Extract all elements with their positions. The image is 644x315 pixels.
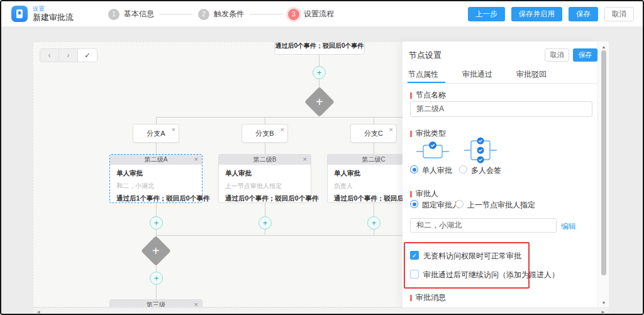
plus-icon: + [317,69,322,77]
node-card-level2a[interactable]: 第二级A × 单人审批 和二，小湖北 通过后1个事件；驳回后0个事件 [109,154,203,203]
close-icon[interactable]: × [303,155,307,163]
node-title: 第三级 [147,301,165,307]
approver-input[interactable] [410,218,557,233]
node-card-level3[interactable]: 第三级 × [109,299,203,307]
plus-icon: + [154,219,159,227]
radio-fixed-approver-label[interactable]: 固定审批人 [422,200,460,211]
tab-approval-rejected[interactable]: 审批驳回 [516,69,547,80]
checkbox-approve-without-access[interactable]: ✓ [410,251,419,260]
plus-icon: + [152,245,160,257]
add-node-button[interactable]: + [313,66,326,79]
branch-c-box[interactable]: 分支C × [350,124,397,143]
condition-branch-node[interactable]: + [141,236,171,266]
node-approver: 上一节点审批人指定 [225,182,304,191]
start-node-events: 通过后0个事件；驳回后0个事件 [275,41,364,50]
scroll-left-icon[interactable]: ◀ [35,308,42,315]
close-icon[interactable]: × [389,126,393,133]
page-title: 新建审批流 [33,13,74,23]
save-button[interactable]: 保存 [569,7,598,22]
scroll-right-icon[interactable]: ▶ [599,308,607,315]
plus-icon: + [372,219,377,227]
node-card-body: 单人审批 上一节点审批人指定 通过后0个事件；驳回后0个事件 [219,165,311,203]
top-bar: 设置 新建审批流 1 基本信息 2 触发条件 3 设置流程 上一步 保存并启用 … [1,1,643,27]
save-and-enable-button[interactable]: 保存并启用 [511,7,563,22]
canvas-horizontal-scrollbar[interactable]: ◀ ▶ [33,307,609,314]
branch-a-label: 分支A [147,129,165,138]
condition-branch-node[interactable]: + [304,87,335,117]
add-node-button[interactable]: + [258,216,272,229]
header-actions: 上一步 保存并启用 保存 取消 [468,1,634,27]
step-connector [250,14,282,14]
start-node-card[interactable]: 通过后0个事件；驳回后0个事件 [274,41,365,55]
node-title: 第二级B [253,155,277,164]
close-icon[interactable]: × [194,301,198,307]
step-flow-setup: 3 设置流程 [288,9,334,20]
plus-icon: + [154,274,159,282]
cancel-button[interactable]: 取消 [604,7,634,22]
node-events: 通过后1个事件；驳回后0个事件 [116,194,196,203]
step-2-label: 触发条件 [214,9,244,19]
step-indicator: 1 基本信息 2 触发条件 3 设置流程 [108,1,334,27]
multi-countersign-icon [464,135,497,165]
vertical-scroll-thumb[interactable] [601,50,606,275]
close-icon[interactable]: × [280,126,284,133]
active-tab-underline [408,82,445,83]
node-approver: 负责人 [334,182,413,191]
undo-button[interactable]: ‹ [40,49,59,62]
node-approver: 和二，小湖北 [116,182,196,191]
tabs-divider [402,83,597,84]
breadcrumb: 设置 [33,5,74,13]
validate-button[interactable]: ✓ [78,49,97,62]
panel-tabs: 节点属性 审批通过 审批驳回 [408,69,547,80]
step-2-circle: 2 [198,9,209,20]
add-node-button[interactable]: + [367,216,380,229]
radio-previous-node-approver[interactable] [455,200,464,208]
step-1-label: 基本信息 [124,9,154,19]
step-basic-info: 1 基本信息 [108,9,154,20]
panel-title: 节点设置 [409,50,441,61]
panel-vertical-scrollbar[interactable]: ▲ ▼ [597,41,609,307]
node-events: 通过后0个事件；驳回后0个事件 [334,194,413,203]
panel-save-button[interactable]: 保存 [573,48,597,62]
radio-single-approval-label[interactable]: 单人审批 [422,165,452,176]
node-name-input[interactable] [410,101,592,117]
step-3-label: 设置流程 [304,9,334,19]
scroll-down-icon[interactable]: ▼ [598,299,609,306]
connector-line [156,235,445,236]
radio-previous-node-approver-label[interactable]: 上一节点审批人指定 [467,200,535,211]
required-marker [410,295,412,301]
close-icon[interactable]: × [194,155,198,163]
panel-cancel-button[interactable]: 取消 [545,48,569,62]
node-approval-type: 单人审批 [225,169,304,178]
checkbox-approve-without-access-label[interactable]: 无资料访问权限时可正常审批 [423,251,521,262]
branch-b-box[interactable]: 分支B × [242,124,288,143]
close-icon[interactable]: × [172,126,175,133]
radio-fixed-approver[interactable] [410,200,418,208]
radio-multi-countersign[interactable] [459,165,467,174]
approval-flow-editor-window: 设置 新建审批流 1 基本信息 2 触发条件 3 设置流程 上一步 保存并启用 … [0,0,644,315]
branch-a-box[interactable]: 分支A × [133,124,179,143]
required-marker [410,191,412,197]
step-3-circle: 3 [288,9,299,20]
edit-approver-link[interactable]: 编辑 [561,221,576,232]
single-approver-icon [416,138,449,162]
tab-approval-passed[interactable]: 审批通过 [462,69,492,80]
checkbox-continue-access-label[interactable]: 审批通过后可继续访问（添加为跟进人） [423,270,559,280]
required-marker [410,131,412,137]
scroll-up-icon[interactable]: ▲ [598,43,609,50]
branch-c-label: 分支C [364,129,383,138]
redo-button[interactable]: › [59,49,78,62]
node-card-body: 单人审批 和二，小湖北 通过后1个事件；驳回后0个事件 [110,165,202,203]
radio-single-approval[interactable] [410,165,418,174]
node-name-label: 节点名称 [410,90,446,101]
tab-node-properties[interactable]: 节点属性 [408,69,438,80]
add-node-button[interactable]: + [150,216,163,229]
checkbox-continue-access[interactable] [410,270,419,279]
prev-step-button[interactable]: 上一步 [468,7,505,22]
add-node-button[interactable]: + [150,272,163,285]
node-card-level2b[interactable]: 第二级B × 单人审批 上一节点审批人指定 通过后0个事件；驳回后0个事件 [218,154,311,203]
step-trigger-condition: 2 触发条件 [198,9,244,20]
radio-multi-countersign-label[interactable]: 多人会签 [471,165,501,176]
approver-label: 审批人 [410,189,438,199]
app-logo-icon [11,6,28,22]
